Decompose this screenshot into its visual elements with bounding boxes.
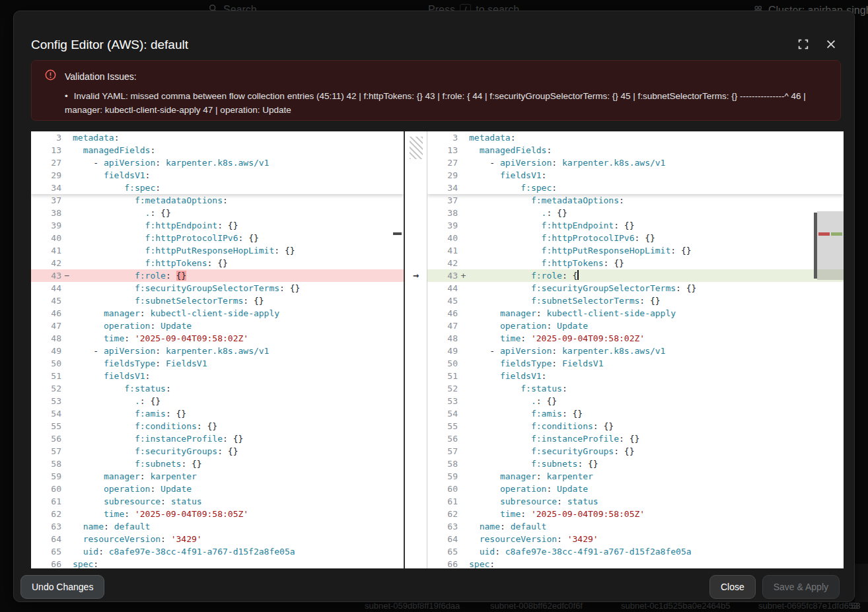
code-line-46[interactable]: 46 manager: kubectl-client-side-apply [427, 307, 844, 320]
code-line-55[interactable]: 55 f:conditions: {} [31, 420, 404, 432]
code-line-41[interactable]: 41 f:httpPutResponseHopLimit: {} [427, 244, 844, 257]
diff-marker [458, 345, 469, 357]
line-number: 13 [427, 144, 458, 156]
code-line-50[interactable]: 50 fieldsType: FieldsV1 [427, 357, 844, 370]
code-line-66[interactable]: 66spec: [31, 558, 404, 568]
code-line-53[interactable]: 53 .: {} [427, 395, 844, 407]
code-line-34[interactable]: 34 f:spec: [31, 182, 404, 194]
line-number: 63 [427, 520, 458, 533]
line-number: 59 [31, 470, 61, 483]
code-line-57[interactable]: 57 f:securityGroups: {} [31, 445, 404, 458]
code-line-48[interactable]: 48 time: '2025-09-04T09:58:02Z' [427, 332, 844, 345]
code-line-39[interactable]: 39 f:httpEndpoint: {} [31, 219, 404, 232]
code-text: fieldsV1: [469, 169, 844, 182]
code-line-39[interactable]: 39 f:httpEndpoint: {} [427, 219, 844, 232]
diff-modified-pane[interactable]: 3metadata:13 managedFields:27 - apiVersi… [427, 131, 844, 568]
code-line-54[interactable]: 54 f:amis: {} [31, 407, 404, 420]
code-line-27[interactable]: 27 - apiVersion: karpenter.k8s.aws/v1 [31, 156, 404, 169]
code-line-56[interactable]: 56 f:instanceProfile: {} [427, 432, 844, 445]
code-line-51[interactable]: 51 fieldsV1: [31, 370, 404, 382]
code-line-63[interactable]: 63 name: default [31, 520, 404, 533]
code-line-52[interactable]: 52 f:status: [427, 382, 844, 395]
code-line-52[interactable]: 52 f:status: [31, 382, 404, 395]
code-line-38[interactable]: 38 .: {} [427, 207, 844, 219]
code-line-42[interactable]: 42 f:httpTokens: {} [427, 257, 844, 269]
code-text: resourceVersion: '3429' [469, 533, 844, 545]
code-line-60[interactable]: 60 operation: Update [31, 483, 404, 495]
code-text: - apiVersion: karpenter.k8s.aws/v1 [73, 156, 404, 169]
overview-ruler[interactable] [817, 131, 844, 568]
code-line-49[interactable]: 49 - apiVersion: karpenter.k8s.aws/v1 [427, 345, 844, 357]
code-line-59[interactable]: 59 manager: karpenter [427, 470, 844, 483]
sticky-scroll-lines[interactable]: 3metadata:13 managedFields:27 - apiVersi… [427, 131, 844, 194]
close-button[interactable]: Close [709, 575, 756, 599]
diff-marker [458, 232, 469, 244]
code-body[interactable]: 37 f:metadataOptions:38 .: {}39 f:httpEn… [427, 194, 844, 568]
diff-marker [61, 445, 73, 458]
code-line-38[interactable]: 38 .: {} [31, 207, 404, 219]
code-line-65[interactable]: 65 uid: c8afe97e-38cc-4f91-a767-d15f2a8f… [427, 545, 844, 558]
code-line-61[interactable]: 61 subresource: status [31, 495, 404, 508]
code-line-27[interactable]: 27 - apiVersion: karpenter.k8s.aws/v1 [427, 156, 844, 169]
overview-ruler-slider[interactable] [817, 211, 844, 280]
code-line-29[interactable]: 29 fieldsV1: [31, 169, 404, 182]
fullscreen-expand-icon[interactable] [797, 38, 811, 51]
code-line-54[interactable]: 54 f:amis: {} [427, 407, 844, 420]
code-line-44[interactable]: 44 f:securityGroupSelectorTerms: {} [427, 282, 844, 294]
code-text: f:amis: {} [73, 407, 404, 420]
code-line-43[interactable]: 43+ f:role: { [427, 269, 844, 282]
code-line-62[interactable]: 62 time: '2025-09-04T09:58:05Z' [427, 508, 844, 520]
code-line-37[interactable]: 37 f:metadataOptions: [31, 194, 404, 207]
code-body[interactable]: 37 f:metadataOptions:38 .: {}39 f:httpEn… [31, 194, 404, 568]
line-number: 52 [427, 382, 458, 395]
code-line-58[interactable]: 58 f:subnets: {} [427, 458, 844, 470]
code-line-3[interactable]: 3metadata: [31, 131, 404, 144]
undo-changes-button[interactable]: Undo Changes [20, 575, 104, 599]
code-line-43[interactable]: 43− f:role: {} [31, 269, 404, 282]
code-line-41[interactable]: 41 f:httpPutResponseHopLimit: {} [31, 244, 404, 257]
code-line-37[interactable]: 37 f:metadataOptions: [427, 194, 844, 207]
code-line-50[interactable]: 50 fieldsType: FieldsV1 [31, 357, 404, 370]
code-line-13[interactable]: 13 managedFields: [427, 144, 844, 156]
code-line-66[interactable]: 66spec: [427, 558, 844, 568]
line-number: 27 [427, 156, 458, 169]
code-line-48[interactable]: 48 time: '2025-09-04T09:58:02Z' [31, 332, 404, 345]
sticky-scroll-lines[interactable]: 3metadata:13 managedFields:27 - apiVersi… [31, 131, 404, 194]
code-line-55[interactable]: 55 f:conditions: {} [427, 420, 844, 432]
code-line-13[interactable]: 13 managedFields: [31, 144, 404, 156]
code-line-62[interactable]: 62 time: '2025-09-04T09:58:05Z' [31, 508, 404, 520]
code-line-61[interactable]: 61 subresource: status [427, 495, 844, 508]
code-line-3[interactable]: 3metadata: [427, 131, 844, 144]
code-line-51[interactable]: 51 fieldsV1: [427, 370, 844, 382]
code-line-29[interactable]: 29 fieldsV1: [427, 169, 844, 182]
code-line-57[interactable]: 57 f:securityGroups: {} [427, 445, 844, 458]
code-line-44[interactable]: 44 f:securityGroupSelectorTerms: {} [31, 282, 404, 294]
code-line-49[interactable]: 49 - apiVersion: karpenter.k8s.aws/v1 [31, 345, 404, 357]
code-line-45[interactable]: 45 f:subnetSelectorTerms: {} [427, 294, 844, 307]
code-line-47[interactable]: 47 operation: Update [31, 320, 404, 332]
code-line-58[interactable]: 58 f:subnets: {} [31, 458, 404, 470]
code-line-60[interactable]: 60 operation: Update [427, 483, 844, 495]
code-line-45[interactable]: 45 f:subnetSelectorTerms: {} [31, 294, 404, 307]
diff-marker [61, 432, 73, 445]
code-line-42[interactable]: 42 f:httpTokens: {} [31, 257, 404, 269]
code-line-40[interactable]: 40 f:httpProtocolIPv6: {} [427, 232, 844, 244]
code-line-64[interactable]: 64 resourceVersion: '3429' [31, 533, 404, 545]
code-line-46[interactable]: 46 manager: kubectl-client-side-apply [31, 307, 404, 320]
code-line-56[interactable]: 56 f:instanceProfile: {} [31, 432, 404, 445]
code-line-65[interactable]: 65 uid: c8afe97e-38cc-4f91-a767-d15f2a8f… [31, 545, 404, 558]
line-number: 47 [427, 320, 458, 332]
code-line-40[interactable]: 40 f:httpProtocolIPv6: {} [31, 232, 404, 244]
code-text: fieldsV1: [469, 370, 844, 382]
code-line-59[interactable]: 59 manager: karpenter [31, 470, 404, 483]
code-line-64[interactable]: 64 resourceVersion: '3429' [427, 533, 844, 545]
save-apply-button[interactable]: Save & Apply [762, 575, 840, 599]
code-line-63[interactable]: 63 name: default [427, 520, 844, 533]
apply-change-arrow-icon[interactable]: → [405, 269, 427, 282]
line-number: 64 [31, 533, 61, 545]
close-icon[interactable] [825, 38, 838, 51]
code-line-47[interactable]: 47 operation: Update [427, 320, 844, 332]
code-line-34[interactable]: 34 f:spec: [427, 182, 844, 194]
diff-original-pane[interactable]: at 3metadata:13 managedFields:27 - apiVe… [31, 131, 404, 568]
code-line-53[interactable]: 53 .: {} [31, 395, 404, 407]
